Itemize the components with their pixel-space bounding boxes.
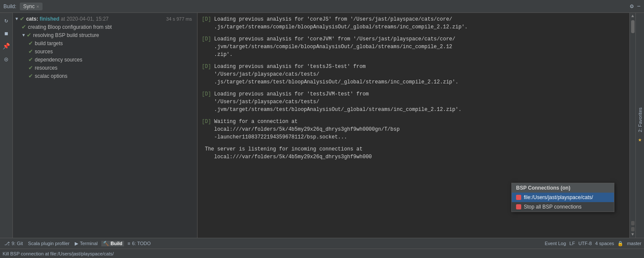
log-entry-2: [D] Loading previous analysis for 'coreJ…: [202, 35, 625, 58]
log-entry-6: The server is listening for incoming con…: [202, 145, 625, 161]
status-todo[interactable]: ≡ 6: TODO: [126, 241, 152, 246]
build-tab-label: Build: [111, 241, 123, 246]
event-log-link[interactable]: Event Log: [545, 241, 566, 246]
log-entry-1: [D] Loading previous analysis for 'coreJ…: [202, 15, 625, 31]
popup-item-label: Stop all BSP connections: [524, 204, 582, 210]
scroll-up-button[interactable]: ▲: [631, 14, 634, 18]
status-git-label: 9: Git: [12, 241, 23, 246]
tree-label-dep-sources: dependency sources: [35, 57, 82, 63]
sync-tab[interactable]: Sync ×: [20, 3, 43, 10]
minimize-icon[interactable]: −: [637, 3, 641, 10]
log-panel[interactable]: [D] Loading previous analysis for 'coreJ…: [197, 13, 629, 238]
tree-label-cats: cats: finished at 2020-04-01, 15:27: [26, 16, 109, 22]
log-entry-5: [D] Waiting for a connection at local://…: [202, 118, 625, 141]
build-label: Build:: [3, 3, 16, 9]
favorites-star-icon[interactable]: ★: [638, 136, 641, 143]
favorites-sidebar[interactable]: 2: Favorites ★: [635, 13, 644, 238]
check-icon: ✔: [28, 48, 33, 55]
tree-row[interactable]: ✔ sources: [13, 47, 197, 55]
popup-item-stop[interactable]: Stop all BSP connections: [512, 202, 614, 212]
terminal-icon: ▶: [75, 241, 78, 246]
popup-square-icon: [516, 195, 521, 200]
status-terminal[interactable]: ▶ Terminal: [73, 241, 100, 246]
bottom-bar: Kill BSP connection at file:/Users/jast/…: [0, 249, 644, 258]
tree-row[interactable]: ✔ dependency sources: [13, 55, 197, 64]
check-icon: ✔: [20, 15, 24, 22]
favorites-label[interactable]: 2: Favorites: [638, 108, 643, 132]
tree-timing: 34 s 977 ms: [166, 16, 195, 22]
check-icon: ✔: [28, 56, 33, 63]
header-icons: ⚙ −: [630, 3, 641, 10]
log-entry-3: [D] Loading previous analysis for 'tests…: [202, 63, 625, 86]
log-entry-4: [D] Loading previous analysis for 'tests…: [202, 90, 625, 114]
tree-label-resources: resources: [35, 65, 58, 71]
check-icon: ✔: [28, 40, 33, 46]
status-build[interactable]: 🔨 Build: [101, 241, 125, 246]
popup-item-cats[interactable]: file:/Users/jast/playspace/cats/: [512, 193, 614, 202]
left-sidebar: ↻ ◼ 📌 ◎: [0, 13, 13, 238]
scroll-indicator: [631, 221, 635, 225]
right-scrollbar[interactable]: ▲ ▼: [629, 13, 635, 238]
tree-label-sources: sources: [35, 49, 53, 55]
tree-row[interactable]: ✔ resources: [13, 64, 197, 72]
scala-profiler-label: Scala plugin profiler: [28, 241, 70, 246]
todo-label: 6: TODO: [132, 241, 151, 246]
close-tab-button[interactable]: ×: [36, 4, 39, 9]
tree-row[interactable]: ✔ build targets: [13, 39, 197, 47]
tree-panel: ▼ ✔ cats: finished at 2020-04-01, 15:27 …: [13, 13, 197, 238]
git-icon: ⎇: [4, 241, 10, 246]
settings-icon[interactable]: ⚙: [630, 3, 633, 10]
status-right: Event Log LF UTF-8 4 spaces 🔒 master: [545, 241, 641, 246]
indent-label[interactable]: 4 spaces: [595, 241, 614, 246]
expand-icon: ▼: [21, 33, 26, 37]
terminal-label: Terminal: [80, 241, 98, 246]
status-scala-profiler[interactable]: Scala plugin profiler: [26, 241, 71, 246]
check-icon: ✔: [28, 73, 33, 79]
check-icon: ✔: [27, 32, 31, 38]
pin-icon[interactable]: 📌: [2, 41, 11, 51]
check-icon: ✔: [21, 24, 26, 30]
tree-row[interactable]: ✔ creating Bloop configuration from sbt: [13, 23, 197, 31]
bsp-popup-menu: BSP Connections (on) file:/Users/jast/pl…: [511, 183, 614, 212]
status-bar: ⎇ 9: Git Scala plugin profiler ▶ Termina…: [0, 238, 644, 249]
build-icon: 🔨: [103, 241, 109, 246]
stop-icon[interactable]: ◼: [2, 28, 11, 38]
sync-tab-label: Sync: [23, 3, 35, 9]
tree-row[interactable]: ▼ ✔ cats: finished at 2020-04-01, 15:27 …: [13, 15, 197, 23]
popup-item-label: file:/Users/jast/playspace/cats/: [524, 194, 593, 200]
lock-icon: 🔒: [617, 241, 623, 246]
tree-row[interactable]: ✔ scalac options: [13, 72, 197, 80]
tree-label: resolving BSP build structure: [33, 32, 99, 38]
charset-label[interactable]: UTF-8: [578, 241, 592, 246]
kill-bar-text: Kill BSP connection at file:/Users/jast/…: [3, 251, 114, 256]
encoding-label[interactable]: LF: [569, 241, 575, 246]
tree-label: creating Bloop configuration from sbt: [28, 24, 112, 30]
scroll-down-button[interactable]: ▼: [631, 232, 634, 237]
main-area: ↻ ◼ 📌 ◎ ▼ ✔ cats: finished at 2020-04-01…: [0, 13, 644, 238]
tree-row[interactable]: ▼ ✔ resolving BSP build structure: [13, 31, 197, 39]
tree-label-scalac: scalac options: [35, 73, 67, 79]
scroll-thumb[interactable]: [631, 20, 635, 33]
todo-icon: ≡: [128, 241, 130, 246]
header-bar: Build: Sync × ⚙ −: [0, 0, 644, 13]
scroll-indicator-2: [631, 227, 635, 231]
expand-icon: ▼: [15, 16, 19, 21]
refresh-icon[interactable]: ↻: [2, 15, 11, 25]
popup-square-icon: [516, 204, 521, 209]
status-git[interactable]: ⎇ 9: Git: [3, 241, 24, 246]
tree-label-build-targets: build targets: [35, 40, 63, 46]
eye-icon[interactable]: ◎: [2, 54, 11, 64]
branch-label[interactable]: master: [627, 241, 641, 246]
popup-title: BSP Connections (on): [512, 183, 614, 193]
check-icon: ✔: [28, 64, 33, 71]
